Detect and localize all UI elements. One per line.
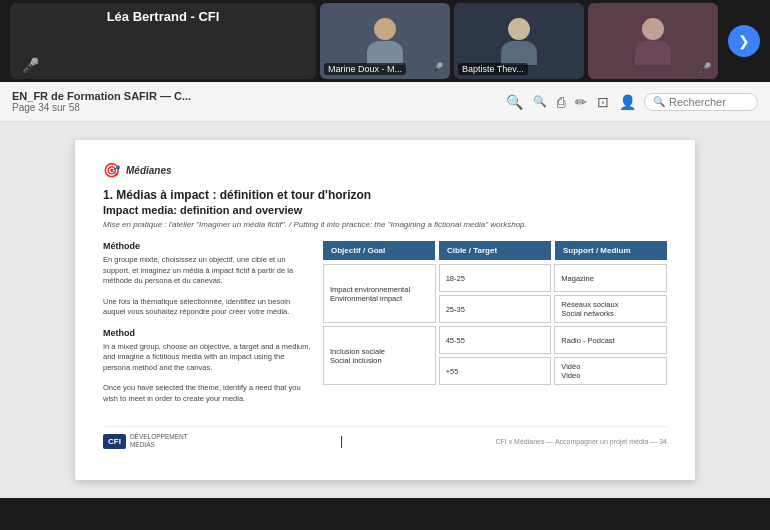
th-target: Cible / Target [439, 241, 551, 260]
table-body: Impact environnemental Environmental imp… [323, 264, 667, 385]
search-input[interactable] [669, 96, 749, 108]
edit-icon[interactable]: ✏ [575, 94, 587, 110]
method-heading-1: Méthode [103, 241, 313, 251]
method-text-4: Once you have selected the theme, identi… [103, 383, 313, 404]
video-thumb-2[interactable]: Baptiste Thev... [454, 3, 584, 79]
document-page: 🎯 Médianes 1. Médias à impact : définiti… [75, 140, 695, 480]
mic-off-icon: 🎤 [22, 57, 39, 73]
doc-right-column: Objectif / Goal Cible / Target Support /… [323, 241, 667, 414]
body-2 [501, 41, 537, 65]
doc-left-column: Méthode En groupe mixte, choisissez un o… [103, 241, 313, 414]
td-goal-2: Inclusion sociale Social inclusion [323, 326, 436, 385]
account-icon[interactable]: 👤 [619, 94, 636, 110]
fullscreen-icon[interactable]: ⊡ [597, 94, 609, 110]
th-goal: Objectif / Goal [323, 241, 435, 260]
avatar-1 [374, 18, 396, 40]
doc-title-2: Impact media: definition and overview [103, 204, 667, 216]
medianes-logo-text: Médianes [126, 165, 172, 176]
doc-logo: 🎯 Médianes [103, 162, 667, 178]
td-target-1b: 25-35 [439, 295, 552, 323]
toolbar: EN_FR de Formation SAFIR — C... Page 34 … [0, 82, 770, 122]
next-button[interactable]: ❯ [728, 25, 760, 57]
body-1 [367, 41, 403, 65]
thumb-label-1: Marine Doux - M... [324, 63, 406, 75]
cfi-subtext: DÉVELOPPEMENT MÉDIAS [130, 433, 188, 450]
thumb-mic-1: 🎤 [430, 62, 444, 75]
td-support-2a: Radio - Podcast [554, 326, 667, 354]
td-goal-1: Impact environnemental Environmental imp… [323, 264, 436, 323]
medianes-logo-icon: 🎯 [103, 162, 120, 178]
cfi-badge: CFI [103, 434, 126, 449]
method-text-3: In a mixed group, choose an objective, a… [103, 342, 313, 374]
method-text-2: Une fois la thématique sélectionnée, ide… [103, 297, 313, 318]
search-icon: 🔍 [653, 96, 665, 107]
footer-logo: CFI DÉVELOPPEMENT MÉDIAS [103, 433, 188, 450]
td-target-2b: +55 [439, 357, 552, 385]
method-heading-2: Method [103, 328, 313, 338]
thumb-mic-3: 🎤 [698, 62, 712, 75]
method-text-1: En groupe mixte, choisissez un objectif,… [103, 255, 313, 287]
video-thumb-1[interactable]: Marine Doux - M... 🎤 [320, 3, 450, 79]
toolbar-page: Page 34 sur 58 [12, 102, 498, 113]
body-3 [635, 41, 671, 65]
thumb-label-2: Baptiste Thev... [458, 63, 528, 75]
td-support-1b: Réseaux sociaux Social networks [554, 295, 667, 323]
doc-footer: CFI DÉVELOPPEMENT MÉDIAS | CFI x Médiane… [103, 426, 667, 450]
cursor-icon: | [340, 434, 343, 448]
th-support: Support / Medium [555, 241, 667, 260]
document-area: 🎯 Médianes 1. Médias à impact : définiti… [0, 122, 770, 498]
main-video: Léa Bertrand - CFI 🎤 [10, 3, 316, 79]
zoom-out-icon[interactable]: 🔍 [506, 94, 523, 110]
td-target-2a: 45-55 [439, 326, 552, 354]
avatar-2 [508, 18, 530, 40]
footer-text: CFI x Médianes — Accompagner un projet m… [495, 438, 667, 445]
doc-content: Méthode En groupe mixte, choisissez un o… [103, 241, 667, 414]
doc-title-1: 1. Médias à impact : définition et tour … [103, 188, 667, 202]
td-support-1a: Magazine [554, 264, 667, 292]
video-thumb-3[interactable]: 🎤 [588, 3, 718, 79]
toolbar-icons: 🔍 🔍 ⎙ ✏ ⊡ 👤 [506, 94, 636, 110]
video-thumbnails: Marine Doux - M... 🎤 Baptiste Thev... 🎤 [320, 3, 718, 79]
video-conference-area: Léa Bertrand - CFI 🎤 Marine Doux - M... … [0, 0, 770, 82]
toolbar-search[interactable]: 🔍 [644, 93, 758, 111]
main-video-label: Léa Bertrand - CFI [10, 9, 316, 24]
share-icon[interactable]: ⎙ [557, 94, 565, 110]
td-target-1a: 18-25 [439, 264, 552, 292]
table-header: Objectif / Goal Cible / Target Support /… [323, 241, 667, 260]
zoom-in-icon[interactable]: 🔍 [533, 95, 547, 108]
toolbar-title-area: EN_FR de Formation SAFIR — C... Page 34 … [12, 90, 498, 113]
doc-subtitle: Mise en pratique : l'atelier "Imaginer u… [103, 220, 667, 229]
td-support-2b: Vidéo Video [554, 357, 667, 385]
toolbar-filename: EN_FR de Formation SAFIR — C... [12, 90, 498, 102]
avatar-3 [642, 18, 664, 40]
